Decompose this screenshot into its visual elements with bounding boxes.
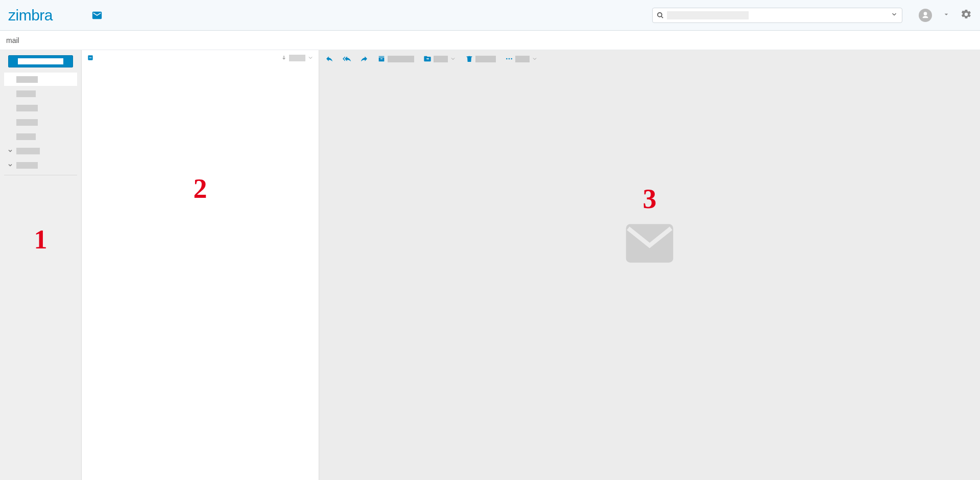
folder-item[interactable] [4, 73, 77, 86]
reply-all-icon[interactable] [343, 55, 351, 63]
chevron-down-icon[interactable] [7, 148, 13, 154]
folder-label [16, 90, 36, 97]
annotation-label-1: 1 [4, 224, 77, 255]
compose-button[interactable] [8, 55, 73, 67]
folder-label [16, 162, 38, 169]
chevron-down-icon[interactable] [891, 11, 898, 19]
folder-item[interactable] [4, 101, 77, 115]
more-icon [505, 55, 513, 63]
archive-label [388, 56, 414, 62]
folder-item[interactable] [4, 144, 77, 157]
folder-label [16, 133, 36, 140]
app-logo[interactable]: zimbra [8, 7, 53, 24]
folder-item[interactable] [4, 130, 77, 143]
app-tab-bar: mail [0, 31, 980, 50]
reply-icon[interactable] [325, 55, 333, 63]
annotation-label-2: 2 [82, 173, 319, 204]
annotation-label-3: 3 [643, 183, 657, 215]
empty-mail-icon [623, 222, 676, 266]
search-input-placeholder [667, 11, 749, 19]
message-list-pane: 2 [82, 50, 319, 480]
reading-pane: 3 [319, 50, 980, 480]
more-actions-button[interactable] [505, 55, 538, 63]
tab-mail[interactable]: mail [6, 36, 19, 44]
move-label [434, 56, 448, 62]
svg-point-6 [509, 58, 510, 60]
svg-point-5 [506, 58, 508, 60]
archive-icon [377, 55, 386, 63]
divider [4, 175, 77, 175]
svg-rect-3 [89, 57, 92, 58]
folder-move-icon [423, 55, 432, 63]
user-menu-caret-icon[interactable] [942, 10, 950, 20]
message-list-toolbar [82, 50, 319, 65]
svg-point-7 [511, 58, 512, 60]
gear-icon[interactable] [961, 9, 972, 21]
folder-label [16, 76, 38, 83]
avatar[interactable] [919, 9, 932, 22]
header: zimbra [0, 0, 980, 31]
trash-icon [465, 55, 473, 63]
folder-item[interactable] [4, 158, 77, 172]
svg-line-1 [661, 16, 663, 18]
svg-point-0 [658, 12, 662, 16]
folder-item[interactable] [4, 116, 77, 129]
collapse-icon[interactable] [87, 54, 94, 61]
chevron-down-icon[interactable] [7, 162, 13, 168]
move-button[interactable] [423, 55, 456, 63]
folder-list [4, 73, 77, 172]
search-input[interactable] [753, 11, 891, 19]
sort-label [289, 55, 305, 61]
delete-label [475, 56, 496, 62]
main-content: 1 2 [0, 50, 980, 480]
delete-button[interactable] [465, 55, 496, 63]
archive-button[interactable] [377, 55, 414, 63]
folder-sidebar: 1 [0, 50, 82, 480]
folder-label [16, 105, 38, 111]
reading-pane-content: 3 [319, 65, 980, 480]
reading-pane-toolbar [319, 50, 980, 65]
folder-label [16, 148, 40, 154]
folder-label [16, 119, 38, 126]
forward-icon[interactable] [360, 55, 368, 63]
sort-dropdown[interactable] [281, 55, 314, 61]
more-label [515, 56, 530, 62]
search-box[interactable] [652, 8, 902, 23]
folder-item[interactable] [4, 87, 77, 100]
mail-app-icon[interactable] [91, 10, 103, 21]
